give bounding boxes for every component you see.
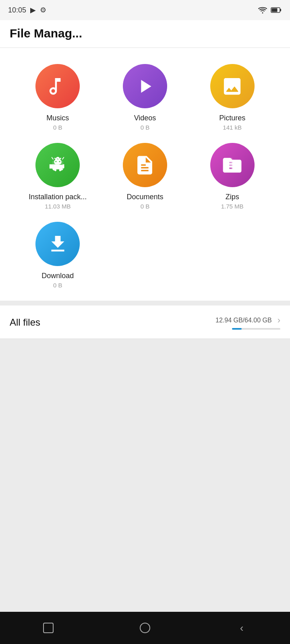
status-time: 10:05 bbox=[8, 6, 26, 14]
picture-icon bbox=[221, 75, 243, 97]
svg-rect-18 bbox=[228, 162, 234, 163]
all-files-storage: 12.94 GB/64.00 GB › bbox=[215, 315, 280, 326]
category-zips[interactable]: Zips 1.75 MB bbox=[191, 143, 274, 210]
svg-rect-6 bbox=[54, 159, 61, 164]
download-size: 0 B bbox=[53, 282, 62, 289]
settings-icon: ⚙ bbox=[40, 6, 46, 14]
svg-rect-2 bbox=[272, 8, 278, 12]
install-label: Installation pack... bbox=[29, 193, 87, 201]
all-files-row[interactable]: All files 12.94 GB/64.00 GB › bbox=[0, 305, 290, 339]
section-divider bbox=[0, 301, 290, 305]
storage-bar-used bbox=[232, 328, 242, 330]
zips-label: Zips bbox=[226, 193, 239, 201]
category-installation[interactable]: Installation pack... 11.03 MB bbox=[16, 143, 99, 210]
all-files-label: All files bbox=[10, 317, 40, 328]
zips-icon-circle bbox=[210, 143, 255, 187]
storage-text: 12.94 GB/64.00 GB bbox=[215, 317, 272, 324]
svg-rect-14 bbox=[51, 165, 53, 168]
svg-rect-11 bbox=[53, 165, 62, 169]
category-grid: Musics 0 B Videos 0 B Pictures 141 kB bbox=[8, 60, 282, 293]
recent-apps-button[interactable] bbox=[36, 616, 60, 640]
battery-icon bbox=[271, 7, 282, 13]
svg-rect-17 bbox=[228, 159, 234, 161]
svg-rect-19 bbox=[228, 165, 234, 166]
pictures-size: 141 kB bbox=[223, 124, 242, 131]
pictures-icon-circle bbox=[210, 64, 255, 108]
android-icon bbox=[47, 154, 69, 176]
category-section: Musics 0 B Videos 0 B Pictures 141 kB bbox=[0, 48, 290, 301]
install-size: 11.03 MB bbox=[45, 203, 70, 210]
wifi-icon bbox=[258, 6, 267, 14]
zip-icon bbox=[221, 154, 243, 176]
empty-content-area bbox=[0, 339, 290, 612]
category-pictures[interactable]: Pictures 141 kB bbox=[191, 64, 274, 131]
status-bar: 10:05 ▶ ⚙ bbox=[0, 0, 290, 20]
docs-label: Documents bbox=[126, 193, 163, 201]
svg-rect-13 bbox=[59, 169, 61, 171]
download-icon bbox=[47, 233, 69, 255]
docs-icon-circle bbox=[123, 143, 167, 187]
home-button[interactable] bbox=[133, 616, 157, 640]
svg-rect-12 bbox=[54, 169, 56, 171]
svg-rect-15 bbox=[62, 165, 64, 168]
musics-icon-circle bbox=[35, 64, 80, 108]
docs-size: 0 B bbox=[141, 203, 150, 210]
download-icon-circle bbox=[35, 222, 80, 266]
musics-label: Musics bbox=[46, 114, 69, 122]
svg-line-10 bbox=[60, 158, 60, 159]
square-icon bbox=[43, 623, 54, 633]
app-header: File Manag... bbox=[0, 20, 290, 48]
page-title: File Manag... bbox=[10, 27, 280, 40]
svg-rect-1 bbox=[280, 9, 281, 11]
svg-point-8 bbox=[59, 161, 60, 162]
bottom-nav-bar: ‹ bbox=[0, 612, 290, 644]
play-icon: ▶ bbox=[30, 6, 36, 14]
videos-icon-circle bbox=[123, 64, 167, 108]
category-documents[interactable]: Documents 0 B bbox=[104, 143, 187, 210]
category-download[interactable]: Download 0 B bbox=[16, 222, 99, 289]
all-files-info: 12.94 GB/64.00 GB › bbox=[215, 315, 280, 330]
zips-size: 1.75 MB bbox=[221, 203, 244, 210]
video-icon bbox=[134, 75, 156, 97]
chevron-right-icon: › bbox=[278, 315, 280, 326]
videos-size: 0 B bbox=[141, 124, 150, 131]
videos-label: Videos bbox=[134, 114, 156, 122]
svg-point-7 bbox=[55, 161, 56, 162]
download-label: Download bbox=[41, 272, 74, 280]
music-icon bbox=[47, 75, 69, 97]
svg-line-9 bbox=[55, 158, 56, 159]
category-musics[interactable]: Musics 0 B bbox=[16, 64, 99, 131]
circle-icon bbox=[140, 623, 150, 633]
storage-bar bbox=[232, 328, 280, 330]
category-videos[interactable]: Videos 0 B bbox=[104, 64, 187, 131]
document-icon bbox=[134, 154, 156, 176]
install-icon-circle bbox=[35, 143, 80, 187]
back-button[interactable]: ‹ bbox=[230, 616, 254, 640]
pictures-label: Pictures bbox=[219, 114, 245, 122]
musics-size: 0 B bbox=[53, 124, 62, 131]
back-chevron-icon: ‹ bbox=[240, 622, 244, 634]
